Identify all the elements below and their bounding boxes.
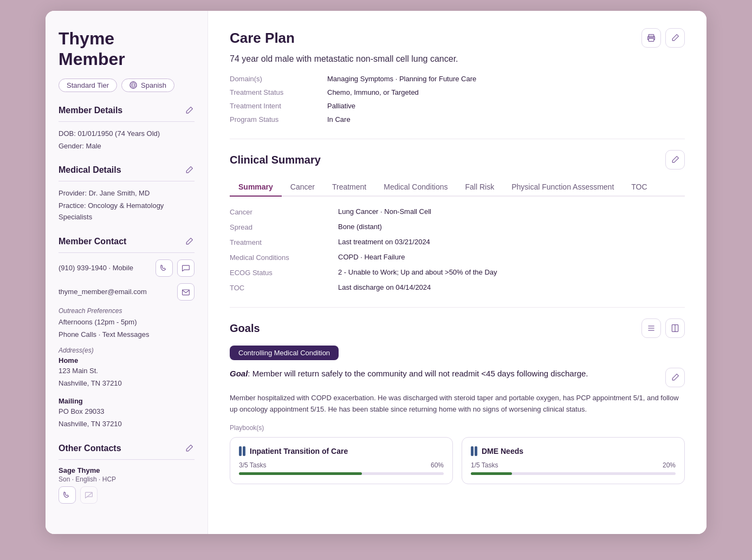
badge-row: Standard Tier Spanish (59, 79, 195, 92)
tab-summary[interactable]: Summary (230, 178, 282, 197)
member-details-section: Member Details DOB: 01/01/1950 (74 Years… (59, 105, 195, 152)
member-name: Thyme Member (59, 28, 195, 70)
playbook1-tasks: 3/5 Tasks (239, 461, 266, 469)
domains-value: Managing Symptoms · Planning for Future … (327, 75, 685, 83)
email-label: thyme_member@email.com (59, 288, 173, 296)
playbooks-label: Playbook(s) (230, 424, 685, 432)
member-details-edit-button[interactable] (184, 105, 195, 116)
goals-book-button[interactable] (665, 318, 685, 338)
email-button[interactable] (177, 283, 195, 301)
tab-physical-function[interactable]: Physical Function Assessment (503, 178, 623, 197)
playbook2-progress-bar-bg (471, 472, 676, 475)
phone-call-button[interactable] (155, 259, 173, 277)
goals-title: Goals (230, 322, 260, 335)
treatment-status-value: Chemo, Immuno, or Targeted (327, 88, 685, 96)
cancer-label: Cancer (230, 207, 338, 216)
tab-medical-conditions[interactable]: Medical Conditions (375, 178, 456, 197)
clinical-summary-grid: Cancer Lung Cancer · Non-Small Cell Spre… (230, 207, 685, 292)
member-details-title: Member Details (59, 106, 122, 115)
medical-details-section: Medical Details Provider: Dr. Jane Smith… (59, 165, 195, 223)
addresses-label: Address(es) (59, 347, 195, 354)
goal-edit-button[interactable] (665, 368, 685, 387)
language-badge: Spanish (121, 79, 174, 92)
tab-cancer[interactable]: Cancer (282, 178, 323, 197)
spread-value: Bone (distant) (338, 223, 685, 231)
treatment-intent-value: Palliative (327, 102, 685, 110)
playbook1-pct: 60% (431, 461, 444, 469)
playbook1-progress-bar-fill (239, 472, 362, 475)
playbook2-header: DME Needs (471, 446, 676, 456)
goal-tag: Controlling Medical Condition (230, 346, 339, 360)
home-address2: Nashville, TN 37210 (59, 378, 195, 389)
medical-conditions-value: COPD · Heart Failure (338, 253, 685, 262)
medical-details-title: Medical Details (59, 165, 121, 175)
svg-rect-4 (649, 38, 654, 42)
clinical-summary-header: Clinical Summary (230, 150, 685, 170)
playbook1-progress-bar-bg (239, 472, 444, 475)
treatment-status-label: Treatment Status (230, 88, 327, 96)
playbook-card-1: Inpatient Transition of Care 3/5 Tasks 6… (230, 437, 453, 484)
medical-details-edit-button[interactable] (184, 165, 195, 175)
contact1-phone-button[interactable] (59, 486, 76, 504)
home-address-block: Home 123 Main St. Nashville, TN 37210 (59, 356, 195, 389)
mailing-address2: Nashville, TN 37210 (59, 419, 195, 430)
goals-header: Goals (230, 318, 685, 338)
goals-actions (641, 318, 685, 338)
goals-list-button[interactable] (641, 318, 661, 338)
care-plan-actions (641, 28, 685, 48)
clinical-tabs: Summary Cancer Treatment Medical Conditi… (230, 178, 685, 197)
medical-conditions-label: Medical Conditions (230, 253, 338, 262)
cancer-value: Lung Cancer · Non-Small Cell (338, 207, 685, 216)
other-contacts-section: Other Contacts Sage Thyme Son · English … (59, 443, 195, 504)
program-status-label: Program Status (230, 115, 327, 123)
member-gender: Gender: Male (59, 141, 195, 152)
treatment-intent-label: Treatment Intent (230, 102, 327, 110)
playbook1-header: Inpatient Transition of Care (239, 446, 444, 456)
member-dob: DOB: 01/01/1950 (74 Years Old) (59, 128, 195, 140)
sms-button[interactable] (177, 259, 195, 277)
contact1-sms-button[interactable] (80, 486, 98, 504)
contact1-sub: Son · English · HCP (59, 476, 195, 483)
mailing-address1: PO Box 29033 (59, 406, 195, 418)
svg-rect-1 (183, 290, 190, 295)
outreach-schedule: Afternoons (12pm - 5pm) (59, 317, 195, 328)
outreach-channels: Phone Calls · Text Messages (59, 329, 195, 341)
goal-statement: Goal: Member will return safely to the c… (230, 368, 657, 380)
toc-label: TOC (230, 283, 338, 292)
svg-point-0 (130, 82, 137, 88)
playbook1-name: Inpatient Transition of Care (250, 447, 348, 455)
care-plan-title: Care Plan (230, 30, 295, 47)
tab-fall-risk[interactable]: Fall Risk (457, 178, 503, 197)
sidebar: Thyme Member Standard Tier Spanish Membe… (46, 11, 208, 534)
care-plan-subtitle: 74 year old male with metastatic non-sma… (230, 54, 685, 64)
tab-treatment[interactable]: Treatment (323, 178, 375, 197)
care-plan-info-grid: Domain(s) Managing Symptoms · Planning f… (230, 75, 685, 123)
other-contacts-edit-button[interactable] (184, 443, 195, 454)
email-contact-row: thyme_member@email.com (59, 283, 195, 301)
practice-name: Practice: Oncology & Hematology Speciali… (59, 200, 195, 223)
mailing-address-block: Mailing PO Box 29033 Nashville, TN 37210 (59, 397, 195, 430)
outreach-label: Outreach Preferences (59, 307, 195, 315)
phone-label: (910) 939-1940 · Mobile (59, 264, 151, 272)
print-button[interactable] (641, 28, 661, 48)
clinical-summary-edit-button[interactable] (665, 150, 685, 170)
home-address1: 123 Main St. (59, 366, 195, 377)
care-plan-edit-button[interactable] (665, 28, 685, 48)
home-label: Home (59, 356, 195, 364)
main-content: Care Plan 74 year old male with metastat… (208, 11, 706, 534)
contact1-actions-row (59, 486, 195, 504)
tab-toc[interactable]: TOC (623, 178, 656, 197)
provider-name: Provider: Dr. Jane Smith, MD (59, 188, 195, 199)
playbook-cards: Inpatient Transition of Care 3/5 Tasks 6… (230, 437, 685, 484)
playbook2-pct: 20% (663, 461, 676, 469)
member-contact-edit-button[interactable] (184, 236, 195, 247)
other-contacts-title: Other Contacts (59, 444, 121, 453)
treatment-value: Last treatment on 03/21/2024 (338, 238, 685, 246)
playbook2-name: DME Needs (482, 447, 523, 455)
phone-contact-row: (910) 939-1940 · Mobile (59, 259, 195, 277)
care-plan-header: Care Plan (230, 28, 685, 48)
goal-statement-row: Goal: Member will return safely to the c… (230, 368, 685, 387)
goal-description: Member hospitalized with COPD exacerbati… (230, 393, 685, 415)
ecog-label: ECOG Status (230, 268, 338, 277)
program-status-value: In Care (327, 115, 685, 123)
